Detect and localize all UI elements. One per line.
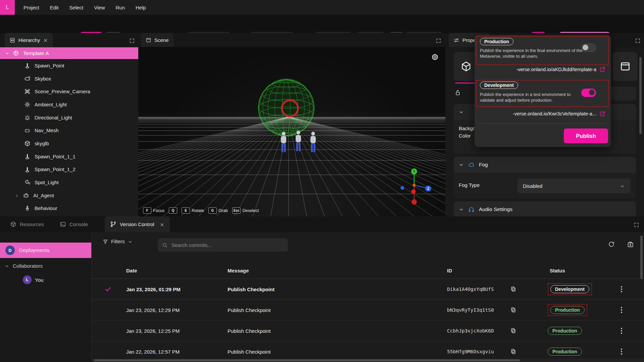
hierarchy-item-ai_agent[interactable]: AI_Agent [0,189,138,202]
branch-icon [110,221,116,228]
sun-icon [24,101,31,108]
fog-type-label: Fog Type [459,182,480,188]
hierarchy-item-skybox[interactable]: Skybox [0,72,138,85]
column-header-message[interactable]: Message [228,268,249,273]
properties-category-tile[interactable] [613,52,637,81]
commits-scrollbar[interactable] [640,236,643,279]
hierarchy-item-scene_preview_camera[interactable]: Scene_Preview_Camera [0,85,138,98]
item-label: Ambient_Light [35,102,67,107]
column-header-id[interactable]: ID [447,268,452,273]
hierarchy-item-skyglb[interactable]: skyglb [0,137,138,150]
copy-icon[interactable] [510,327,516,334]
external-link-icon[interactable] [599,111,605,117]
expand-icon[interactable] [635,37,640,43]
copy-icon[interactable] [510,307,516,313]
hierarchy-item-spawn_point_1_2[interactable]: Spawn_Point_1_2 [0,163,138,176]
development-url-row[interactable]: -verse.onland.io/Kwr3cVe/template-a... [513,111,605,117]
hierarchy-item-ambient_light[interactable]: Ambient_Light [0,98,138,111]
commit-row[interactable]: Jan 23, 2026, 12:29 PMPublish Checkpoint… [91,300,644,320]
audio-title: Audio Settings [479,206,512,212]
hierarchy-item-nav_mesh[interactable]: Nav_Mesh [0,124,138,137]
publish-button[interactable]: Publish [564,128,608,143]
chevron-down-icon [5,263,9,269]
bottom-panel: ResourcesConsoleVersion Control D Deploy… [0,216,644,362]
fog-section-header[interactable]: Fog [454,157,636,173]
hierarchy-item-behaviour[interactable]: Behaviour [0,202,138,215]
hierarchy-item-directional_light[interactable]: Directional_Light [0,111,138,124]
hierarchy-item-spawn_point_1_1[interactable]: Spawn_Point_1_1 [0,150,138,163]
chevron-right-icon[interactable] [15,193,19,198]
app-logo[interactable]: L [0,0,15,15]
kebab-menu-icon[interactable] [621,349,622,355]
filters-label: Filters [111,239,125,244]
filters-button[interactable]: Filters [103,238,133,244]
expand-icon[interactable] [634,221,639,227]
refresh-icon[interactable] [608,241,615,248]
deployments-avatar: D [5,246,15,255]
search-input[interactable] [171,242,280,248]
status-badge-wrap: Production [548,327,582,335]
commit-row[interactable]: Jan 23, 2026, 01:29 PMPublish Checkpoint… [91,279,644,300]
column-header-status[interactable]: Status [550,268,565,273]
tab-version-control[interactable]: Version Control [105,216,170,232]
commit-id: 55bHfg9M6Osxgviu [447,349,494,354]
tab-scene[interactable]: Scene [141,33,174,47]
properties-scrollbar[interactable] [639,57,642,134]
hierarchy-root-template-a[interactable]: Template A [0,47,138,59]
commit-id: bN3qvRyTyI3q1tS0 [447,307,494,313]
copy-icon[interactable] [510,286,516,293]
commit-date: Jan 23, 2026, 12:25 PM [126,328,180,333]
deploy-settings-icon[interactable] [627,241,634,248]
development-badge: Development [480,82,518,89]
menu-project[interactable]: Project [18,5,45,10]
audio-section-header[interactable]: Audio Settings [454,201,636,217]
development-description: Publish the experience in a test environ… [480,92,584,103]
item-label: Skybox [35,76,51,82]
menu-view[interactable]: View [89,5,110,10]
spotlight-icon [24,179,31,186]
viewport-gear-icon[interactable] [431,53,439,61]
fog-type-dropdown[interactable]: Disabled [517,178,630,193]
hierarchy-item-spawn_point[interactable]: Spawn_Point [0,59,138,72]
fog-type-value: Disabled [523,183,542,189]
item-label: Nav_Mesh [35,127,59,133]
kebab-menu-icon[interactable] [621,286,622,292]
column-header-date[interactable]: Date [126,268,137,273]
sidebar-item-collaborators[interactable]: Collaborators [0,260,91,271]
status-badge-wrap: Production [548,304,587,316]
production-url: -verse.onland.io/aKDJkdd/template-a [516,67,596,72]
horizontal-scrollbar[interactable] [91,359,644,362]
spawn-icon [24,62,31,69]
menu-edit[interactable]: Edit [45,5,64,10]
tab-console[interactable]: Console [60,216,88,232]
menu-help[interactable]: Help [130,5,151,10]
development-toggle[interactable] [581,89,596,97]
production-badge: Production [480,38,513,45]
hierarchy-item-spot_light[interactable]: Spot_Light [0,176,138,189]
close-icon[interactable] [160,221,164,227]
tab-hierarchy[interactable]: Hierarchy [5,33,53,47]
chevron-down-icon[interactable] [5,50,9,56]
collaborators-label: Collaborators [13,263,43,269]
kebab-menu-icon[interactable] [621,307,622,313]
expand-icon[interactable] [436,37,441,43]
sidebar-item-deployments[interactable]: D Deployments [0,243,91,258]
commit-row[interactable]: Jan 23, 2026, 12:25 PMPublish Checkpoint… [91,320,644,341]
production-url-row[interactable]: -verse.onland.io/aKDJkdd/template-a [516,66,605,72]
production-toggle[interactable] [581,44,596,52]
item-label: Scene_Preview_Camera [35,89,90,94]
close-icon[interactable] [43,37,48,43]
external-link-icon[interactable] [599,66,605,72]
lock-open-icon[interactable] [454,89,461,96]
expand-icon[interactable] [130,37,135,43]
scene-viewport[interactable]: YZ FFocusQERotateGGrabEscDeselect [138,47,445,216]
copy-icon[interactable] [510,348,516,355]
you-avatar: L [23,275,32,284]
sidebar-item-you[interactable]: L You [0,273,91,286]
kebab-menu-icon[interactable] [621,328,622,334]
tab-resources[interactable]: Resources [10,216,44,232]
current-check-icon [105,286,111,292]
menu-run[interactable]: Run [110,5,131,10]
menu-select[interactable]: Select [64,5,89,10]
dirlight-icon [24,114,31,121]
